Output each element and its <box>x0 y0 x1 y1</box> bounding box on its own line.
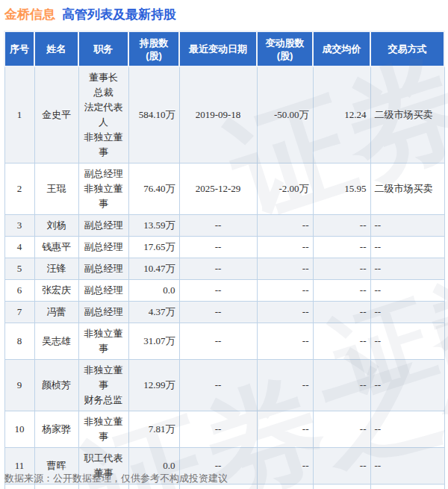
cell-change_date: -- <box>179 360 257 411</box>
cell-position: 副总经理 <box>78 237 128 258</box>
col-header-shares: 持股数 (股) <box>128 31 179 66</box>
cell-trade_type: -- <box>370 323 444 360</box>
cell-name: 王琨 <box>34 163 78 215</box>
cell-shares: 17.65万 <box>128 237 179 258</box>
cell-change_shares: -- <box>257 302 313 323</box>
cell-shares: 4.37万 <box>128 302 179 323</box>
table-header-row: 序号姓名职务持股数 (股)最近变动日期变动股数 (股)成交均价交易方式 <box>4 31 444 66</box>
cell-position: 非独立董事 <box>78 411 128 448</box>
stock-name: 金桥信息 <box>4 7 55 22</box>
cell-avg_price: 15.95 <box>313 163 370 215</box>
table-row: 5汪锋副总经理10.47万-------- <box>4 258 444 280</box>
cell-shares: 12.99万 <box>128 360 179 411</box>
cell-avg_price: -- <box>313 258 370 280</box>
table-row: 9颜桢芳非独立董事 财务总监12.99万-------- <box>4 360 444 411</box>
cell-no: 10 <box>4 411 34 448</box>
cell-avg_price: -- <box>313 411 370 448</box>
cell-trade_type: -- <box>370 485 444 489</box>
table-row: 1金史平董事长 总裁 法定代表人 非独立董事584.10万2019-09-18-… <box>4 66 444 163</box>
cell-name: 刘杨 <box>34 215 78 237</box>
cell-avg_price: -- <box>313 280 370 302</box>
cell-trade_type: -- <box>370 258 444 280</box>
cell-trade_type: -- <box>370 302 444 323</box>
cell-change_date: -- <box>179 302 257 323</box>
cell-change_shares: -- <box>257 215 313 237</box>
page: 金桥信息高管列表及最新持股 序号姓名职务持股数 (股)最近变动日期变动股数 (股… <box>0 0 448 489</box>
cell-avg_price: -- <box>313 215 370 237</box>
table-row: 3刘杨副总经理13.59万-------- <box>4 215 444 237</box>
col-header-change_shares: 变动股数 (股) <box>257 31 313 66</box>
cell-position: 副总经理 非独立董事 <box>78 163 128 215</box>
cell-no: 1 <box>4 66 34 163</box>
cell-change_shares: -- <box>257 323 313 360</box>
cell-avg_price: -- <box>313 360 370 411</box>
cell-avg_price: -- <box>313 448 370 485</box>
cell-name: 汪锋 <box>34 258 78 280</box>
cell-no: 2 <box>4 163 34 215</box>
table-row: 2王琨副总经理 非独立董事76.40万2025-12-29-2.00万15.95… <box>4 163 444 215</box>
cell-name: 张宏庆 <box>34 280 78 302</box>
page-title: 金桥信息高管列表及最新持股 <box>4 6 176 23</box>
cell-trade_type: 二级市场买卖 <box>370 163 444 215</box>
cell-change_shares: -- <box>257 280 313 302</box>
cell-change_shares: -2.00万 <box>257 163 313 215</box>
cell-change_date: -- <box>179 215 257 237</box>
cell-avg_price: 12.24 <box>313 66 370 163</box>
cell-trade_type: -- <box>370 448 444 485</box>
cell-trade_type: -- <box>370 360 444 411</box>
col-header-no: 序号 <box>4 31 34 66</box>
cell-avg_price: -- <box>313 485 370 489</box>
cell-trade_type: -- <box>370 411 444 448</box>
cell-name: 冯蕾 <box>34 302 78 323</box>
title-text: 高管列表及最新持股 <box>62 7 176 22</box>
cell-trade_type: 二级市场买卖 <box>370 66 444 163</box>
cell-shares: 7.81万 <box>128 411 179 448</box>
cell-name: 钱惠平 <box>34 237 78 258</box>
cell-change_date: -- <box>179 323 257 360</box>
cell-change_shares: -- <box>257 258 313 280</box>
cell-avg_price: -- <box>313 237 370 258</box>
cell-position: 副总经理 <box>78 258 128 280</box>
cell-no: 3 <box>4 215 34 237</box>
cell-no: 6 <box>4 280 34 302</box>
cell-change_date: -- <box>179 258 257 280</box>
cell-name: 杨家骅 <box>34 411 78 448</box>
cell-position: 董事长 总裁 法定代表人 非独立董事 <box>78 66 128 163</box>
cell-shares: 10.47万 <box>128 258 179 280</box>
cell-trade_type: -- <box>370 237 444 258</box>
col-header-change_date: 最近变动日期 <box>179 31 257 66</box>
cell-change_date: -- <box>179 280 257 302</box>
cell-no: 8 <box>4 323 34 360</box>
cell-position: 副总经理 <box>78 302 128 323</box>
table-row: 10杨家骅非独立董事7.81万-------- <box>4 411 444 448</box>
table-row: 8吴志雄非独立董事31.07万-------- <box>4 323 444 360</box>
cell-no: 5 <box>4 258 34 280</box>
cell-name: 颜桢芳 <box>34 360 78 411</box>
executive-holdings-table: 序号姓名职务持股数 (股)最近变动日期变动股数 (股)成交均价交易方式 1金史平… <box>4 31 445 489</box>
cell-change_date: -- <box>179 411 257 448</box>
cell-change_shares: -- <box>257 448 313 485</box>
cell-trade_type: -- <box>370 215 444 237</box>
cell-no: 9 <box>4 360 34 411</box>
cell-name: 金史平 <box>34 66 78 163</box>
table-row: 7冯蕾副总经理4.37万-------- <box>4 302 444 323</box>
cell-change_shares: -50.00万 <box>257 66 313 163</box>
cell-change_shares: -- <box>257 237 313 258</box>
cell-position: 副总经理 <box>78 215 128 237</box>
cell-position: 非独立董事 财务总监 <box>78 360 128 411</box>
cell-avg_price: -- <box>313 323 370 360</box>
cell-shares: 13.59万 <box>128 215 179 237</box>
cell-change_shares: -- <box>257 485 313 489</box>
cell-shares: 76.40万 <box>128 163 179 215</box>
col-header-position: 职务 <box>78 31 128 66</box>
cell-avg_price: -- <box>313 302 370 323</box>
table-row: 4钱惠平副总经理17.65万-------- <box>4 237 444 258</box>
cell-change_date: 2025-12-29 <box>179 163 257 215</box>
data-source-note: 数据来源：公开数据整理，仅供参考不构成投资建议 <box>4 472 228 485</box>
cell-no: 7 <box>4 302 34 323</box>
cell-change_shares: -- <box>257 411 313 448</box>
cell-position: 非独立董事 <box>78 323 128 360</box>
cell-shares: 584.10万 <box>128 66 179 163</box>
cell-shares: 31.07万 <box>128 323 179 360</box>
col-header-trade_type: 交易方式 <box>370 31 444 66</box>
